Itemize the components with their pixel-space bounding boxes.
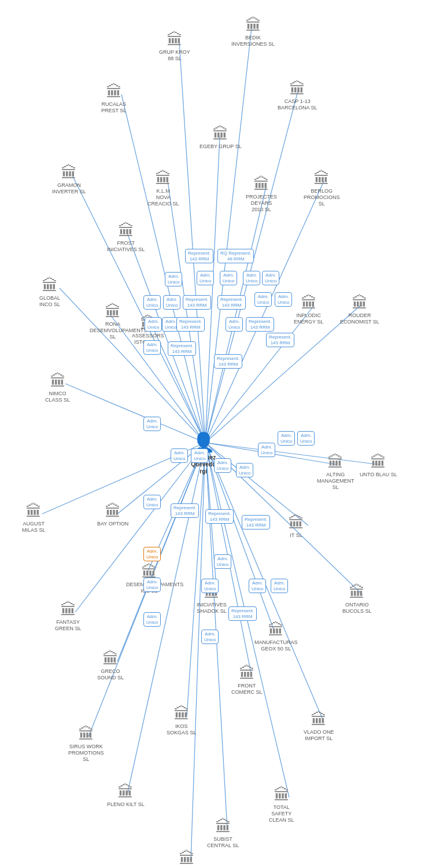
role-badge-26: Adm.Unico [236, 463, 253, 477]
role-badge-35: Adm.Unico [214, 554, 231, 569]
role-badge-6: Adm.Unico [262, 271, 279, 285]
role-badge-18: Represent.143 RRM [266, 333, 294, 347]
building-icon: 🏛 [313, 171, 330, 187]
company-bedik: 🏛 BEDIKINVERSIONES SL [231, 17, 275, 47]
company-label-berlog: BERLOGPROMOCIONSSL [304, 188, 340, 207]
company-label-front: FRONTCOMERC SL [231, 683, 263, 696]
company-gramon: 🏛 GRAMONINVERTER SL [52, 165, 86, 195]
building-icon: 🏛 [102, 651, 119, 667]
company-nimco: 🏛 NIMCOCLASS SL [45, 373, 70, 403]
role-badge-4: Adm.Unico [220, 271, 237, 285]
role-badge-20: Represent.143 RRM [168, 341, 196, 356]
building-icon: 🏛 [301, 295, 317, 311]
company-rouder: 🏛 ROUDERECONOMIST SL [340, 295, 379, 325]
company-label-frost: FROSTINICIATIVES SL [107, 240, 145, 253]
company-label-ontario: ONTARIOBUCOLS SL [342, 602, 372, 615]
building-icon: 🏛 [268, 622, 284, 638]
role-badge-28: Adm.Unico [278, 431, 295, 446]
company-projectes: 🏛 PROJECTESDEYARS2010 SL [246, 176, 277, 212]
building-icon: 🏛 [117, 784, 134, 800]
role-badge-11: Adm.Unico [254, 292, 272, 307]
company-untoblau: 🏛 UNTO BLAU SL [360, 454, 397, 478]
svg-line-7 [205, 187, 266, 443]
svg-line-1 [179, 42, 205, 443]
company-label-fantasy: FANTASYGREEN SL [55, 619, 82, 632]
company-label-greco: GRECOSOUND SL [97, 668, 124, 681]
building-icon: 🏛 [245, 17, 261, 34]
company-klm: 🏛 K.L.MNOVACREACIO SL [147, 171, 179, 207]
company-egeby: 🏛 EGEBY GRUP SL [200, 126, 242, 150]
role-badge-5: Adm.Unico [243, 271, 260, 285]
company-manufacturas: 🏛 MANUFACTURASGEOX 50 SL [254, 622, 298, 652]
role-badge-24: Adm.Unico [191, 448, 208, 463]
role-badge-3: Adm.Unico [197, 271, 214, 285]
company-august: 🏛 AUGUSTMILAS SL [22, 503, 46, 534]
company-label-inplodic: INPLODICENERGY SL [294, 312, 323, 325]
company-label-klm: K.L.MNOVACREACIO SL [147, 188, 179, 207]
company-label-iniciatives: INICIATIVESSHADOK SL [197, 602, 227, 615]
role-badge-32: Represent.143 RRM [205, 509, 234, 524]
role-badge-42: Adm.Unico [201, 630, 219, 644]
svg-line-4 [205, 137, 220, 443]
role-badge-27: Adm.Unico [258, 443, 275, 457]
building-icon: 🏛 [42, 278, 58, 294]
svg-line-15 [65, 384, 205, 443]
company-greco: 🏛 GRECOSOUND SL [97, 651, 124, 681]
role-badge-0: Represent.143 RRM [185, 249, 213, 263]
building-icon: 🏛 [118, 223, 134, 239]
company-label-subist: SUBISTCENTRAL SL [207, 836, 239, 849]
building-icon: 🏛 [106, 84, 122, 100]
role-badge-8: Adm.Unico [163, 295, 180, 310]
role-badge-37: Adm.Unico [201, 579, 219, 593]
company-label-grupkroy: GRUP KROY88 SL [159, 49, 190, 62]
company-label-gramon: GRAMONINVERTER SL [52, 182, 86, 195]
company-pleno: 🏛 PLENO KILT SL [107, 784, 145, 808]
company-subist: 🏛 SUBISTCENTRAL SL [207, 819, 239, 849]
building-icon: 🏛 [60, 602, 76, 618]
company-it: 🏛 IT SL [288, 515, 304, 539]
role-badge-15: Represent.143 RRM [176, 317, 205, 332]
company-global: 🏛 GLOBALINCO SL [39, 278, 60, 308]
building-icon: 🏛 [349, 584, 365, 601]
role-badge-36: Adm.Unico [143, 578, 161, 592]
role-badge-22: Adm.Unico [143, 417, 161, 431]
role-badge-21: Represent.143 RRM [214, 354, 242, 369]
company-label-siruswork: SIRUS WORKPROMOTIONSSL [68, 744, 104, 762]
company-serveis: 🏛 SERVEISAMPLENT SL [171, 851, 203, 868]
company-berlog: 🏛 BERLOGPROMOCIONSSL [304, 171, 340, 207]
company-grupkroy: 🏛 GRUP KROY88 SL [159, 32, 190, 62]
role-badge-1: RQ Represent.48 RRM [217, 249, 254, 263]
company-inplodic: 🏛 INPLODICENERGY SL [294, 295, 323, 325]
company-front: 🏛 FRONTCOMERC SL [231, 665, 263, 696]
company-label-untoblau: UNTO BLAU SL [360, 472, 397, 478]
svg-line-0 [205, 28, 252, 443]
role-badge-38: Adm.Unico [249, 579, 266, 593]
svg-line-26 [117, 443, 205, 661]
role-badge-16: Adm.Unico [226, 317, 243, 332]
building-icon: 🏛 [289, 81, 305, 97]
company-label-alting: ALTINGMANAGEMENTSL [317, 472, 354, 490]
company-label-projectes: PROJECTESDEYARS2010 SL [246, 194, 277, 212]
company-fantasy: 🏛 FANTASYGREEN SL [55, 602, 82, 632]
role-badge-39: Adm.Unico [271, 579, 288, 593]
role-badge-25: Adm.Unico [214, 458, 231, 473]
company-label-rucalas: RUCALASPREST SL [101, 101, 126, 114]
building-icon: 🏛 [155, 171, 171, 187]
building-icon: 🏛 [167, 32, 183, 48]
company-rona: 🏛 RONADESEMVOLUPAMENTS SL [90, 304, 136, 340]
company-rucalas: 🏛 RUCALASPREST SL [101, 84, 126, 114]
company-label-bedik: BEDIKINVERSIONES SL [231, 35, 275, 47]
role-badge-40: Adm.Unico [143, 612, 161, 627]
building-icon: 🏛 [212, 126, 228, 142]
company-casp: 🏛 CASP 1-13BARCELONA SL [278, 81, 317, 111]
building-icon: 🏛 [50, 373, 66, 389]
building-icon: 🏛 [61, 165, 77, 181]
role-badge-31: Represent.143 RRM [171, 503, 199, 518]
company-label-casp: CASP 1-13BARCELONA SL [278, 98, 317, 111]
company-label-rona: RONADESEMVOLUPAMENTS SL [90, 321, 136, 340]
role-badge-9: Represent.143 RRM [183, 295, 211, 310]
role-badge-30: Adm.Unico [143, 495, 161, 509]
company-bayoption: 🏛 BAY OPTION [97, 503, 128, 527]
company-label-ikos: IKOSSOKGAS SL [167, 723, 197, 736]
company-frost: 🏛 FROSTINICIATIVES SL [107, 223, 145, 253]
